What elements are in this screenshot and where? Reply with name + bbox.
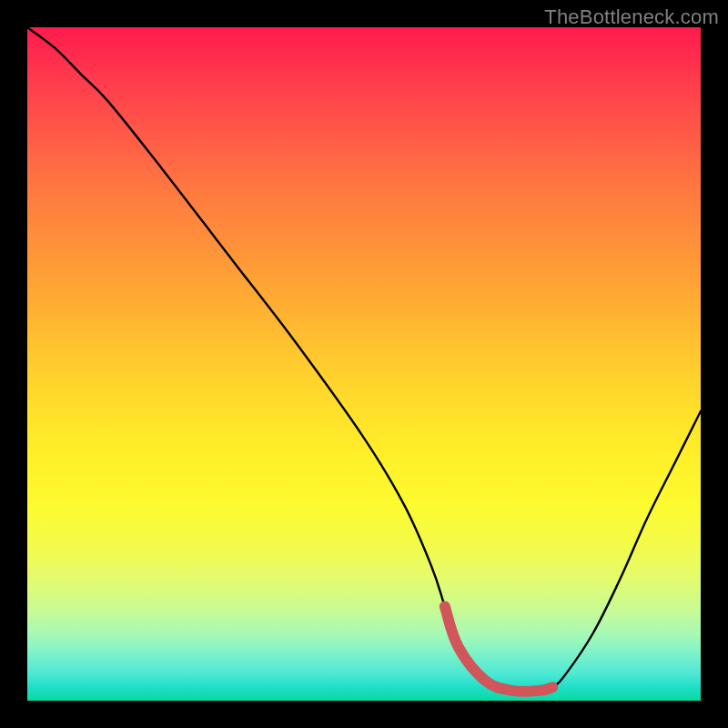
- chart-container: TheBottleneck.com: [0, 0, 728, 728]
- curve-svg: [27, 27, 701, 701]
- watermark-text: TheBottleneck.com: [544, 5, 719, 29]
- bottleneck-optimal-range: [445, 606, 552, 692]
- plot-area: [27, 27, 701, 701]
- bottleneck-curve: [27, 27, 701, 692]
